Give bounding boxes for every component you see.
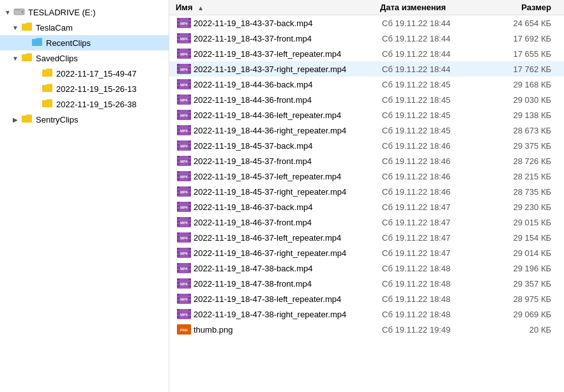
svg-rect-24 — [188, 52, 191, 54]
file-size: 29 230 КБ — [484, 202, 564, 212]
file-row[interactable]: MP4 2022-11-19_18-44-36-back.mp4Сб 19.11… — [169, 77, 564, 92]
svg-rect-13 — [177, 37, 179, 39]
file-row[interactable]: PNG thumb.pngСб 19.11.22 19:4920 КБ — [169, 322, 564, 337]
svg-rect-25 — [188, 56, 191, 57]
file-row[interactable]: MP4 2022-11-19_18-43-37-right_repeater.m… — [169, 61, 564, 77]
svg-text:MP4: MP4 — [180, 298, 188, 301]
svg-rect-160 — [188, 313, 191, 315]
file-row[interactable]: MP4 2022-11-19_18-46-37-back.mp4Сб 19.11… — [169, 199, 564, 215]
file-date: Сб 19.11.22 18:47 — [382, 202, 484, 212]
mp4-icon: MP4 — [174, 185, 194, 198]
png-icon: PNG — [174, 323, 194, 336]
svg-rect-86 — [177, 178, 179, 180]
svg-rect-16 — [188, 37, 191, 39]
svg-rect-79 — [188, 156, 191, 158]
sidebar-item-clip3[interactable]: ▶ 2022-11-19_15-26-38 — [0, 96, 169, 112]
svg-rect-109 — [177, 221, 179, 223]
file-row[interactable]: MP4 2022-11-19_18-47-38-left_repeater.mp… — [169, 291, 564, 306]
mp4-icon: MP4 — [174, 78, 194, 91]
file-row[interactable]: MP4 2022-11-19_18-47-38-back.mp4Сб 19.11… — [169, 260, 564, 276]
sidebar-item-clip2[interactable]: ▶ 2022-11-19_15-26-13 — [0, 81, 169, 96]
svg-rect-65 — [188, 132, 191, 134]
file-row[interactable]: MP4 2022-11-19_18-45-37-right_repeater.m… — [169, 184, 564, 199]
mp4-icon: MP4 — [174, 262, 194, 275]
svg-rect-21 — [177, 52, 179, 54]
svg-text:MP4: MP4 — [180, 37, 188, 41]
column-date-header[interactable]: Дата изменения — [380, 3, 482, 12]
svg-rect-70 — [177, 147, 179, 149]
svg-rect-32 — [188, 68, 191, 70]
svg-rect-142 — [177, 285, 179, 287]
file-row[interactable]: MP4 2022-11-19_18-46-37-front.mp4Сб 19.1… — [169, 215, 564, 230]
file-size: 28 673 КБ — [484, 126, 564, 135]
file-size: 29 375 КБ — [484, 141, 564, 151]
svg-rect-2 — [15, 10, 20, 11]
svg-rect-120 — [188, 236, 191, 238]
svg-rect-105 — [188, 209, 191, 211]
file-row[interactable]: MP4 2022-11-19_18-43-37-back.mp4Сб 19.11… — [169, 15, 564, 31]
file-row[interactable]: MP4 2022-11-19_18-44-36-left_repeater.mp… — [169, 107, 564, 123]
svg-rect-159 — [188, 309, 191, 311]
column-size-header[interactable]: Размер — [482, 3, 564, 12]
file-row[interactable]: MP4 2022-11-19_18-43-37-left_repeater.mp… — [169, 46, 564, 61]
folder-icon — [41, 83, 54, 94]
svg-rect-96 — [188, 190, 191, 192]
svg-rect-143 — [188, 278, 191, 280]
column-name-header[interactable]: Имя ▲ — [169, 3, 380, 12]
file-size: 17 762 КБ — [484, 64, 564, 74]
file-list: MP4 2022-11-19_18-43-37-back.mp4Сб 19.11… — [169, 15, 564, 392]
file-size: 28 975 КБ — [484, 294, 564, 304]
file-name: 2022-11-19_18-46-37-right_repeater.mp4 — [194, 248, 382, 258]
svg-rect-157 — [177, 313, 179, 315]
sidebar-item-recentclips[interactable]: ▶ RecentClips — [0, 35, 169, 50]
file-size: 29 138 КБ — [484, 110, 564, 120]
svg-rect-40 — [188, 83, 191, 85]
file-row[interactable]: MP4 2022-11-19_18-46-37-left_repeater.mp… — [169, 230, 564, 245]
svg-rect-118 — [177, 239, 179, 241]
file-row[interactable]: MP4 2022-11-19_18-45-37-front.mp4Сб 19.1… — [169, 153, 564, 169]
svg-rect-134 — [177, 270, 179, 272]
file-date: Сб 19.11.22 18:45 — [382, 126, 484, 135]
file-row[interactable]: MP4 2022-11-19_18-44-36-right_repeater.m… — [169, 123, 564, 138]
recentclips-label: RecentClips — [46, 38, 91, 48]
file-row[interactable]: MP4 2022-11-19_18-43-37-front.mp4Сб 19.1… — [169, 31, 564, 46]
svg-rect-46 — [177, 102, 179, 103]
svg-rect-116 — [177, 232, 179, 234]
file-name: 2022-11-19_18-46-37-front.mp4 — [194, 218, 382, 227]
svg-rect-152 — [188, 298, 191, 299]
mp4-icon: MP4 — [174, 292, 194, 305]
svg-rect-81 — [188, 163, 191, 165]
file-row[interactable]: MP4 2022-11-19_18-47-38-right_repeater.m… — [169, 306, 564, 322]
file-row[interactable]: MP4 2022-11-19_18-47-38-front.mp4Сб 19.1… — [169, 276, 564, 291]
file-row[interactable]: MP4 2022-11-19_18-45-37-back.mp4Сб 19.11… — [169, 138, 564, 153]
mp4-icon: MP4 — [174, 32, 194, 45]
svg-rect-9 — [188, 25, 191, 27]
svg-text:MP4: MP4 — [180, 267, 188, 271]
svg-rect-69 — [177, 144, 179, 146]
sidebar-item-sentryclips[interactable]: ▶ SentryClips — [0, 112, 169, 127]
file-date: Сб 19.11.22 18:48 — [382, 264, 484, 273]
svg-rect-6 — [177, 25, 179, 27]
file-size: 29 168 КБ — [484, 80, 564, 89]
svg-rect-78 — [177, 163, 179, 165]
svg-rect-84 — [177, 171, 179, 173]
svg-rect-94 — [177, 193, 179, 195]
mp4-icon: MP4 — [174, 47, 194, 60]
file-row[interactable]: MP4 2022-11-19_18-44-36-front.mp4Сб 19.1… — [169, 92, 564, 107]
svg-rect-76 — [177, 156, 179, 158]
file-row[interactable]: MP4 2022-11-19_18-46-37-right_repeater.m… — [169, 245, 564, 260]
file-row[interactable]: MP4 2022-11-19_18-45-37-left_repeater.mp… — [169, 169, 564, 184]
sidebar-item-savedclips[interactable]: ▼ SavedClips — [0, 50, 169, 66]
main-panel: Имя ▲ Дата изменения Размер MP4 2022-11-… — [169, 0, 564, 392]
svg-rect-28 — [177, 64, 179, 66]
svg-rect-145 — [188, 285, 191, 287]
svg-rect-148 — [177, 294, 179, 296]
file-date: Сб 19.11.22 18:48 — [382, 310, 484, 319]
sidebar-item-teslacam[interactable]: ▼ TeslaCam — [0, 20, 169, 35]
sidebar-item-clip1[interactable]: ▶ 2022-11-17_15-49-47 — [0, 66, 169, 81]
sidebar-item-drive[interactable]: ▼ TESLADRIVE (E:) — [0, 5, 169, 20]
svg-text:MP4: MP4 — [180, 114, 188, 117]
svg-rect-31 — [188, 64, 191, 66]
svg-rect-23 — [188, 49, 191, 50]
mp4-icon: MP4 — [174, 200, 194, 213]
